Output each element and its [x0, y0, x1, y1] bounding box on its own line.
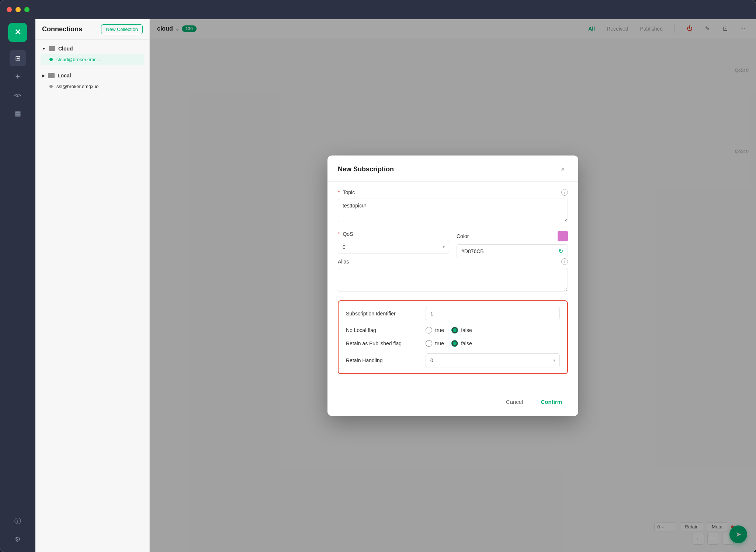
qos-select-wrapper: 0 1 2 ▾ [338, 240, 449, 254]
app-window: ✕ ⊞ + </> ▤ ⓘ ⚙ Connect [0, 0, 756, 552]
confirm-button[interactable]: Confirm [535, 396, 568, 408]
main-area: ✕ ⊞ + </> ▤ ⓘ ⚙ Connect [0, 19, 756, 552]
color-refresh-icon[interactable]: ↻ [554, 248, 568, 255]
qos-select[interactable]: 0 1 2 [338, 240, 449, 254]
color-swatch[interactable] [558, 231, 568, 241]
retain-published-true-label: true [435, 340, 444, 346]
connection-item-cloud[interactable]: cloud@broker.emc… [41, 54, 144, 65]
modal-close-button[interactable]: × [558, 164, 568, 175]
modal-header: New Subscription × [327, 156, 578, 182]
retain-handling-label: Retain Handling [346, 357, 420, 363]
connection-group-local: ▶ Local ssl@broker.emqx.io [35, 67, 149, 94]
required-star-topic: * [338, 189, 340, 195]
no-local-false-option[interactable]: false [451, 327, 472, 333]
connections-header: Connections New Collection [35, 19, 149, 40]
minimize-button[interactable] [15, 7, 21, 12]
app-logo: ✕ [8, 23, 27, 42]
sidebar-item-info[interactable]: ⓘ [10, 513, 26, 529]
no-local-row: No Local flag true false [346, 327, 560, 333]
modal-footer: Cancel Confirm [327, 389, 578, 416]
folder-icon-cloud [49, 46, 55, 51]
alias-field-group: Alias i [338, 258, 568, 293]
sidebar-item-connections[interactable]: ⊞ [10, 50, 26, 66]
retain-published-row: Retain as Published flag true false [346, 340, 560, 347]
topic-input[interactable] [338, 199, 568, 222]
retain-handling-row: Retain Handling 0 1 2 ▾ [346, 353, 560, 367]
group-header-local[interactable]: ▶ Local [41, 70, 144, 81]
alias-input[interactable] [338, 268, 568, 291]
retain-published-false-radio[interactable] [451, 340, 458, 347]
sidebar-item-add[interactable]: + [10, 69, 26, 85]
advanced-section: Subscription Identifier No Local flag tr… [338, 300, 568, 374]
retain-published-false-option[interactable]: false [451, 340, 472, 347]
qos-label: * QoS [338, 231, 449, 237]
no-local-true-radio[interactable] [426, 327, 432, 333]
connection-item-ssl[interactable]: ssl@broker.emqx.io [41, 81, 144, 92]
gear-icon: ⚙ [15, 535, 21, 544]
color-label: Color [457, 231, 568, 241]
required-star-qos: * [338, 231, 340, 237]
cancel-button[interactable]: Cancel [500, 396, 529, 408]
no-local-label: No Local flag [346, 327, 420, 333]
qos-color-row: * QoS 0 1 2 ▾ [338, 231, 568, 258]
retain-published-true-radio[interactable] [426, 340, 432, 347]
no-local-true-option[interactable]: true [426, 327, 444, 333]
retain-published-false-label: false [461, 340, 472, 346]
no-local-false-radio[interactable] [451, 327, 458, 333]
sidebar-item-script[interactable]: ▤ [10, 105, 26, 122]
sub-identifier-input[interactable] [426, 307, 560, 320]
script-icon: ▤ [15, 109, 21, 118]
modal-title: New Subscription [338, 165, 394, 173]
no-local-true-label: true [435, 327, 444, 333]
connections-panel: Connections New Collection ▼ Cloud cloud… [35, 19, 150, 552]
retain-published-radio-group: true false [426, 340, 560, 347]
color-field: Color ↻ [457, 231, 568, 258]
modal-body: * Topic i * QoS [327, 182, 578, 389]
sub-identifier-row: Subscription Identifier [346, 307, 560, 320]
modal-backdrop: New Subscription × * Topic i [150, 19, 756, 552]
sidebar-item-code[interactable]: </> [10, 87, 26, 103]
alias-label: Alias i [338, 258, 568, 265]
content-area: cloud ⌄ 130 All Received Published ⏻ ✎ ⊡… [150, 19, 756, 552]
code-icon: </> [14, 92, 21, 98]
color-text-input[interactable] [457, 245, 554, 258]
subscription-modal: New Subscription × * Topic i [327, 156, 578, 416]
topic-info-icon[interactable]: i [561, 189, 568, 196]
connection-label-cloud: cloud@broker.emc… [56, 57, 101, 62]
maximize-button[interactable] [24, 7, 30, 12]
color-input-wrapper: ↻ [457, 244, 568, 258]
connections-title: Connections [42, 25, 82, 33]
group-header-cloud[interactable]: ▼ Cloud [41, 43, 144, 54]
retain-handling-select[interactable]: 0 1 2 [426, 353, 560, 367]
group-arrow-local: ▶ [42, 74, 45, 78]
alias-info-icon[interactable]: i [561, 258, 568, 265]
connection-group-cloud: ▼ Cloud cloud@broker.emc… [35, 40, 149, 67]
status-dot-cloud [49, 58, 53, 61]
sidebar-item-settings[interactable]: ⚙ [10, 531, 26, 548]
no-local-false-label: false [461, 327, 472, 333]
retain-published-label: Retain as Published flag [346, 340, 420, 346]
topic-field-group: * Topic i [338, 189, 568, 224]
new-collection-button[interactable]: New Collection [101, 24, 143, 34]
info-circle-icon: ⓘ [14, 517, 21, 525]
close-button[interactable] [7, 7, 12, 12]
no-local-radio-group: true false [426, 327, 560, 333]
topic-label: * Topic i [338, 189, 568, 196]
qos-field: * QoS 0 1 2 ▾ [338, 231, 449, 254]
sidebar: ✕ ⊞ + </> ▤ ⓘ ⚙ [0, 19, 35, 552]
connection-label-ssl: ssl@broker.emqx.io [56, 84, 98, 89]
logo-icon: ✕ [14, 28, 21, 37]
titlebar [0, 0, 756, 19]
group-name-local: Local [58, 73, 71, 78]
retain-handling-select-wrapper: 0 1 2 ▾ [426, 353, 560, 367]
folder-icon-local [48, 73, 55, 78]
connections-icon: ⊞ [15, 54, 21, 62]
group-name-cloud: Cloud [58, 46, 73, 52]
retain-published-true-option[interactable]: true [426, 340, 444, 347]
group-arrow-cloud: ▼ [42, 47, 46, 51]
status-dot-ssl [49, 85, 53, 88]
sub-identifier-label: Subscription Identifier [346, 311, 420, 317]
add-icon: + [15, 72, 20, 81]
